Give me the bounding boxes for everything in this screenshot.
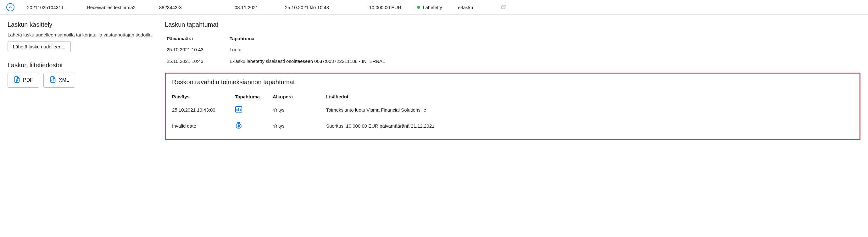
- pdf-file-icon: [13, 76, 21, 84]
- left-column: Laskun käsittely Lähetä lasku uudelleen …: [7, 21, 158, 140]
- business-id: 8823443-3: [156, 5, 228, 10]
- xml-button[interactable]: XML: [43, 73, 75, 88]
- invoice-type: e-lasku: [455, 5, 493, 10]
- collapse-button[interactable]: [6, 3, 14, 11]
- reskontra-row: Invalid date $ Yritys Suoritus: 10,000.0…: [172, 118, 853, 134]
- res-origin: Yritys: [273, 123, 326, 129]
- events-header: Päivämäärä Tapahtuma: [165, 33, 861, 44]
- res-info: Toimeksianto luotu Visma Financial Solut…: [326, 107, 853, 112]
- events-table: Päivämäärä Tapahtuma 25.10.2021 10:43 Lu…: [165, 33, 861, 67]
- reskontra-title: Reskontravahdin toimeksiannon tapahtumat: [172, 78, 853, 86]
- detail-panel: Laskun käsittely Lähetä lasku uudelleen …: [0, 15, 868, 146]
- event-date: 25.10.2021 10:43: [167, 47, 229, 52]
- status-text: Lähetetty: [423, 5, 442, 10]
- events-head-event: Tapahtuma: [229, 36, 859, 41]
- attachments-title: Laskun liitetiedostot: [7, 62, 158, 69]
- res-event-icon: [235, 106, 273, 114]
- invoice-id: 20211025104311: [24, 5, 81, 10]
- report-icon: [235, 109, 243, 114]
- event-row: 25.10.2021 10:43 Luotu: [165, 44, 861, 55]
- svg-rect-6: [238, 108, 239, 111]
- svg-rect-5: [237, 109, 238, 111]
- invoice-row[interactable]: 20211025104311 Receivables testifirma2 8…: [0, 0, 868, 15]
- external-link-icon: [501, 5, 506, 10]
- res-info: Suoritus: 10,000.00 EUR päivämääränä 21.…: [326, 123, 853, 129]
- pdf-label: PDF: [23, 77, 33, 83]
- svg-rect-7: [240, 109, 241, 111]
- amount: 10,000.00 EUR: [357, 5, 404, 10]
- processing-desc: Lähetä lasku uudelleen samoilla tai korj…: [7, 32, 158, 37]
- res-head-origin: Alkuperä: [273, 94, 326, 99]
- created-date: 25.10.2021 klo 10:43: [282, 5, 354, 10]
- reskontra-header: Päiväys Tapahtuma Alkuperä Lisätiedot: [172, 92, 853, 102]
- event-row: 25.10.2021 10:43 E-lasku lähetetty sisäi…: [165, 55, 861, 67]
- reskontra-box: Reskontravahdin toimeksiannon tapahtumat…: [165, 73, 861, 140]
- res-date: Invalid date: [172, 123, 235, 129]
- xml-file-icon: [50, 76, 56, 84]
- resend-button[interactable]: Lähetä lasku uudelleen...: [7, 41, 71, 52]
- res-event-icon: $: [235, 122, 273, 130]
- res-head-date: Päiväys: [172, 94, 235, 99]
- svg-line-0: [503, 5, 505, 7]
- moneybag-icon: $: [235, 125, 243, 130]
- svg-text:$: $: [238, 125, 239, 128]
- reskontra-row: 25.10.2021 10:43:00 Yritys Toimeksianto …: [172, 102, 853, 118]
- event-text: Luotu: [229, 47, 859, 52]
- customer-name: Receivables testifirma2: [84, 5, 153, 10]
- res-date: 25.10.2021 10:43:00: [172, 107, 235, 112]
- processing-title: Laskun käsittely: [7, 21, 158, 28]
- events-head-date: Päivämäärä: [167, 36, 229, 41]
- due-date: 08.11.2021: [231, 5, 279, 10]
- event-date: 25.10.2021 10:43: [167, 59, 229, 64]
- attachments-section: Laskun liitetiedostot PDF XML: [7, 62, 158, 88]
- status-cell: Lähetetty: [408, 5, 452, 10]
- event-text: E-lasku lähetetty sisäisesti osoitteesee…: [229, 59, 859, 64]
- right-column: Laskun tapahtumat Päivämäärä Tapahtuma 2…: [165, 21, 861, 140]
- status-dot-icon: [417, 6, 420, 9]
- external-link-cell[interactable]: [496, 4, 512, 10]
- xml-label: XML: [59, 77, 69, 83]
- events-title: Laskun tapahtumat: [165, 21, 861, 28]
- res-head-event: Tapahtuma: [235, 94, 273, 99]
- pdf-button[interactable]: PDF: [7, 73, 39, 88]
- res-origin: Yritys: [273, 107, 326, 112]
- res-head-info: Lisätiedot: [326, 94, 853, 99]
